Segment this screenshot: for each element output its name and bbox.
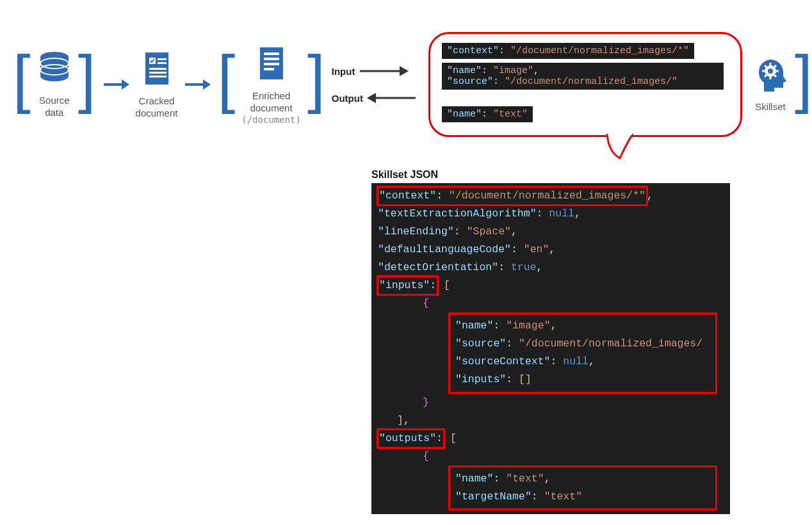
- hl-outputs-key: "outputs":: [378, 430, 444, 448]
- bracket-close-icon: ]: [795, 46, 812, 110]
- bracket-close-icon: ]: [307, 46, 325, 110]
- hl-outputs-block: "name": "text","targetName": "text": [448, 465, 717, 510]
- svg-marker-20: [400, 66, 409, 76]
- skillset-json-title: Skillset JSON: [371, 169, 799, 181]
- stage-source: Source data: [37, 51, 72, 119]
- output-label: Output: [332, 93, 363, 104]
- svg-marker-13: [203, 79, 211, 90]
- arrow-right-icon: [184, 77, 211, 92]
- svg-point-24: [768, 69, 773, 74]
- document-check-icon: [142, 50, 172, 90]
- svg-rect-16: [264, 58, 279, 60]
- svg-rect-15: [264, 52, 279, 55]
- bubble-output-line: "name": "text": [442, 106, 533, 122]
- svg-rect-8: [158, 62, 166, 64]
- svg-marker-22: [367, 93, 376, 103]
- bubble-context-line: "context": "/document/normalized_images/…: [442, 43, 694, 59]
- io-arrows: Input Output: [332, 64, 417, 105]
- bracket-close-icon: ]: [78, 46, 96, 110]
- database-icon: [37, 51, 72, 89]
- stage-skillset: Skillset: [752, 56, 788, 113]
- hl-context: "context": "/document/normalized_images/…: [378, 187, 647, 205]
- bubble-tail-icon: [601, 133, 639, 159]
- svg-line-30: [774, 75, 776, 77]
- arrow-right-icon: [102, 77, 129, 92]
- pipeline-flow: [ Source data ]: [13, 32, 799, 137]
- head-gear-icon: [752, 56, 788, 95]
- stage-source-label: Source data: [39, 94, 70, 119]
- document-lines-icon: [256, 45, 287, 85]
- svg-line-32: [765, 75, 767, 77]
- svg-rect-10: [149, 72, 166, 74]
- svg-line-31: [774, 65, 776, 67]
- callout-bubble: "context": "/document/normalized_images/…: [428, 32, 742, 137]
- arrow-right-icon: [357, 64, 409, 78]
- stage-enriched-label: Enriched document: [250, 90, 293, 115]
- hl-inputs-block: "name": "image","source": "/document/nor…: [448, 312, 717, 393]
- bracket-open-icon: [: [217, 46, 235, 110]
- stage-enriched: Enriched document (/document): [241, 45, 301, 125]
- svg-rect-11: [149, 76, 166, 77]
- svg-marker-4: [122, 79, 129, 90]
- stage-skillset-label: Skillset: [755, 101, 786, 113]
- stage-cracked: Cracked document: [136, 50, 178, 120]
- svg-rect-18: [264, 68, 274, 70]
- svg-line-29: [765, 65, 767, 67]
- arrow-left-icon: [366, 91, 417, 105]
- svg-rect-17: [264, 63, 279, 65]
- svg-rect-7: [158, 58, 166, 60]
- svg-rect-9: [149, 68, 166, 70]
- bracket-open-icon: [: [13, 46, 31, 110]
- skillset-json-panel: "context": "/document/normalized_images/…: [371, 183, 730, 514]
- bubble-input-block: "name": "image", "source": "/document/no…: [442, 63, 724, 90]
- input-label: Input: [332, 66, 355, 77]
- stage-cracked-label: Cracked document: [136, 95, 178, 120]
- hl-inputs-key: "inputs":: [378, 277, 437, 295]
- stage-enriched-sublabel: (/document): [241, 115, 301, 125]
